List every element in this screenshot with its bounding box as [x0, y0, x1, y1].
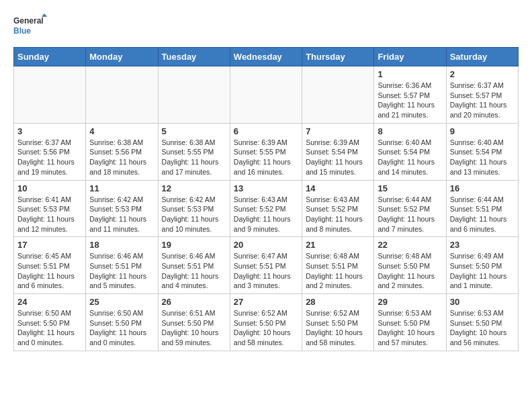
calendar-cell: 14Sunrise: 6:43 AMSunset: 5:52 PMDayligh… [302, 180, 374, 237]
day-info: Sunrise: 6:43 AMSunset: 5:52 PMDaylight:… [234, 195, 298, 234]
header: General Blue [13, 13, 519, 40]
calendar-cell: 21Sunrise: 6:48 AMSunset: 5:51 PMDayligh… [302, 237, 374, 294]
weekday-header-monday: Monday [86, 48, 158, 66]
day-number: 20 [234, 240, 298, 250]
calendar-cell: 30Sunrise: 6:53 AMSunset: 5:50 PMDayligh… [446, 294, 518, 351]
calendar-cell: 24Sunrise: 6:50 AMSunset: 5:50 PMDayligh… [14, 294, 86, 351]
calendar-cell [86, 66, 158, 124]
day-info: Sunrise: 6:36 AMSunset: 5:57 PMDaylight:… [378, 81, 442, 120]
day-info: Sunrise: 6:45 AMSunset: 5:51 PMDaylight:… [17, 251, 82, 291]
weekday-header-thursday: Thursday [302, 48, 374, 66]
weekday-header-tuesday: Tuesday [158, 48, 230, 66]
calendar-cell: 27Sunrise: 6:52 AMSunset: 5:50 PMDayligh… [230, 294, 302, 351]
svg-text:Blue: Blue [13, 26, 31, 36]
weekday-header-wednesday: Wednesday [230, 48, 302, 66]
day-number: 22 [378, 240, 442, 250]
calendar-cell: 4Sunrise: 6:38 AMSunset: 5:56 PMDaylight… [86, 123, 158, 180]
day-number: 6 [234, 126, 298, 136]
day-info: Sunrise: 6:50 AMSunset: 5:50 PMDaylight:… [89, 308, 154, 348]
svg-text:General: General [13, 16, 44, 26]
day-number: 14 [306, 183, 370, 193]
day-number: 12 [162, 183, 226, 193]
day-number: 10 [17, 183, 82, 193]
day-info: Sunrise: 6:48 AMSunset: 5:50 PMDaylight:… [378, 251, 442, 291]
calendar-cell: 8Sunrise: 6:40 AMSunset: 5:54 PMDaylight… [374, 123, 446, 180]
calendar-week-2: 3Sunrise: 6:37 AMSunset: 5:56 PMDaylight… [14, 123, 519, 180]
calendar-week-3: 10Sunrise: 6:41 AMSunset: 5:53 PMDayligh… [14, 180, 519, 237]
day-info: Sunrise: 6:48 AMSunset: 5:51 PMDaylight:… [306, 251, 370, 291]
day-info: Sunrise: 6:52 AMSunset: 5:50 PMDaylight:… [234, 308, 298, 348]
calendar-cell: 6Sunrise: 6:39 AMSunset: 5:55 PMDaylight… [230, 123, 302, 180]
day-info: Sunrise: 6:40 AMSunset: 5:54 PMDaylight:… [378, 138, 442, 177]
day-info: Sunrise: 6:49 AMSunset: 5:50 PMDaylight:… [450, 251, 515, 291]
weekday-header-saturday: Saturday [446, 48, 518, 66]
day-number: 4 [89, 126, 154, 136]
day-number: 17 [17, 240, 82, 250]
day-info: Sunrise: 6:39 AMSunset: 5:55 PMDaylight:… [234, 138, 298, 177]
calendar-cell: 1Sunrise: 6:36 AMSunset: 5:57 PMDaylight… [374, 66, 446, 124]
day-info: Sunrise: 6:51 AMSunset: 5:50 PMDaylight:… [162, 308, 226, 348]
calendar-cell: 15Sunrise: 6:44 AMSunset: 5:52 PMDayligh… [374, 180, 446, 237]
calendar-cell: 28Sunrise: 6:52 AMSunset: 5:50 PMDayligh… [302, 294, 374, 351]
day-number: 3 [17, 126, 82, 136]
calendar-cell: 29Sunrise: 6:53 AMSunset: 5:50 PMDayligh… [374, 294, 446, 351]
day-number: 21 [306, 240, 370, 250]
calendar-week-5: 24Sunrise: 6:50 AMSunset: 5:50 PMDayligh… [14, 294, 519, 351]
day-info: Sunrise: 6:47 AMSunset: 5:51 PMDaylight:… [234, 251, 298, 291]
calendar-cell: 17Sunrise: 6:45 AMSunset: 5:51 PMDayligh… [14, 237, 86, 294]
calendar-cell: 25Sunrise: 6:50 AMSunset: 5:50 PMDayligh… [86, 294, 158, 351]
calendar-cell: 7Sunrise: 6:39 AMSunset: 5:54 PMDaylight… [302, 123, 374, 180]
calendar-cell: 11Sunrise: 6:42 AMSunset: 5:53 PMDayligh… [86, 180, 158, 237]
day-number: 9 [450, 126, 515, 136]
svg-marker-2 [42, 13, 47, 17]
day-info: Sunrise: 6:37 AMSunset: 5:57 PMDaylight:… [450, 81, 515, 120]
calendar-cell: 26Sunrise: 6:51 AMSunset: 5:50 PMDayligh… [158, 294, 230, 351]
day-number: 25 [89, 297, 154, 307]
calendar-cell: 3Sunrise: 6:37 AMSunset: 5:56 PMDaylight… [14, 123, 86, 180]
day-number: 11 [89, 183, 154, 193]
day-number: 23 [450, 240, 515, 250]
day-info: Sunrise: 6:38 AMSunset: 5:55 PMDaylight:… [162, 138, 226, 177]
day-number: 30 [450, 297, 515, 307]
day-number: 7 [306, 126, 370, 136]
calendar-cell [14, 66, 86, 124]
day-info: Sunrise: 6:42 AMSunset: 5:53 PMDaylight:… [89, 195, 154, 234]
calendar-week-4: 17Sunrise: 6:45 AMSunset: 5:51 PMDayligh… [14, 237, 519, 294]
day-number: 19 [162, 240, 226, 250]
day-info: Sunrise: 6:39 AMSunset: 5:54 PMDaylight:… [306, 138, 370, 177]
day-number: 15 [378, 183, 442, 193]
calendar-cell [302, 66, 374, 124]
weekday-header-friday: Friday [374, 48, 446, 66]
calendar-cell: 2Sunrise: 6:37 AMSunset: 5:57 PMDaylight… [446, 66, 518, 124]
day-number: 24 [17, 297, 82, 307]
calendar-cell: 10Sunrise: 6:41 AMSunset: 5:53 PMDayligh… [14, 180, 86, 237]
day-number: 29 [378, 297, 442, 307]
day-info: Sunrise: 6:53 AMSunset: 5:50 PMDaylight:… [378, 308, 442, 348]
day-info: Sunrise: 6:44 AMSunset: 5:52 PMDaylight:… [378, 195, 442, 234]
calendar-cell [230, 66, 302, 124]
day-number: 1 [378, 69, 442, 79]
calendar-table: SundayMondayTuesdayWednesdayThursdayFrid… [13, 47, 519, 351]
day-info: Sunrise: 6:41 AMSunset: 5:53 PMDaylight:… [17, 195, 82, 234]
day-info: Sunrise: 6:38 AMSunset: 5:56 PMDaylight:… [89, 138, 154, 177]
day-number: 27 [234, 297, 298, 307]
day-number: 18 [89, 240, 154, 250]
day-number: 28 [306, 297, 370, 307]
day-number: 2 [450, 69, 515, 79]
day-info: Sunrise: 6:42 AMSunset: 5:53 PMDaylight:… [162, 195, 226, 234]
logo-svg: General Blue [13, 13, 47, 40]
day-info: Sunrise: 6:52 AMSunset: 5:50 PMDaylight:… [306, 308, 370, 348]
calendar-cell: 18Sunrise: 6:46 AMSunset: 5:51 PMDayligh… [86, 237, 158, 294]
calendar-cell: 22Sunrise: 6:48 AMSunset: 5:50 PMDayligh… [374, 237, 446, 294]
weekday-header-row: SundayMondayTuesdayWednesdayThursdayFrid… [14, 48, 519, 66]
day-number: 16 [450, 183, 515, 193]
day-number: 5 [162, 126, 226, 136]
calendar-cell: 20Sunrise: 6:47 AMSunset: 5:51 PMDayligh… [230, 237, 302, 294]
calendar-week-1: 1Sunrise: 6:36 AMSunset: 5:57 PMDaylight… [14, 66, 519, 124]
logo: General Blue [13, 13, 47, 40]
calendar-cell: 12Sunrise: 6:42 AMSunset: 5:53 PMDayligh… [158, 180, 230, 237]
day-info: Sunrise: 6:50 AMSunset: 5:50 PMDaylight:… [17, 308, 82, 348]
day-number: 26 [162, 297, 226, 307]
calendar-cell: 16Sunrise: 6:44 AMSunset: 5:51 PMDayligh… [446, 180, 518, 237]
calendar-cell: 9Sunrise: 6:40 AMSunset: 5:54 PMDaylight… [446, 123, 518, 180]
